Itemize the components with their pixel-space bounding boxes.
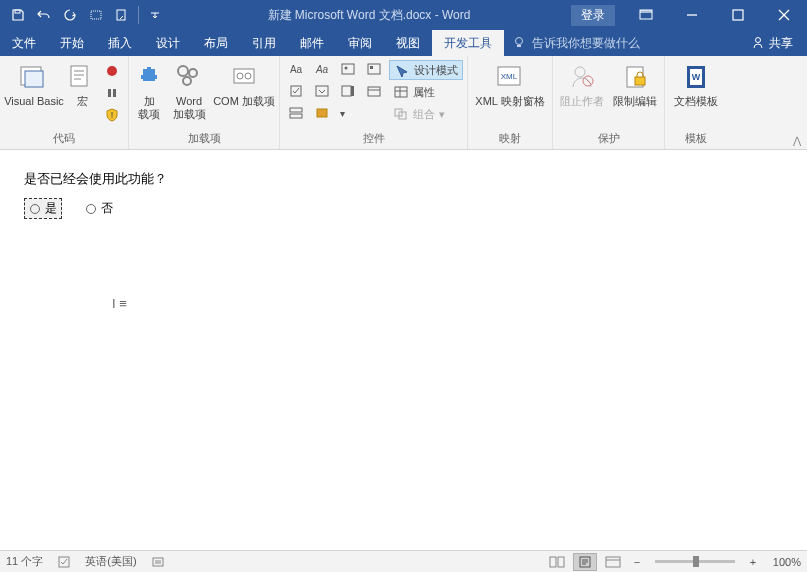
block-authors-button[interactable]: 阻止作者 — [557, 59, 607, 108]
svg-rect-32 — [317, 109, 327, 117]
svg-point-11 — [107, 66, 117, 76]
vb-icon — [18, 61, 50, 93]
tab-references[interactable]: 引用 — [240, 30, 288, 56]
document-area[interactable]: 是否已经会使用此功能？ 是 否 I ≡ — [0, 150, 807, 550]
view-web-icon[interactable] — [601, 553, 625, 571]
tab-layout[interactable]: 布局 — [192, 30, 240, 56]
qat-customize-icon[interactable] — [143, 3, 167, 27]
view-print-icon[interactable] — [573, 553, 597, 571]
tab-developer[interactable]: 开发工具 — [432, 30, 504, 56]
svg-point-15 — [178, 66, 188, 76]
control-dropdown-icon[interactable] — [336, 81, 360, 101]
ribbon-tabs: 文件 开始 插入 设计 布局 引用 邮件 审阅 视图 开发工具 告诉我你想要做什… — [0, 30, 807, 56]
tab-insert[interactable]: 插入 — [96, 30, 144, 56]
control-legacy-icon[interactable] — [310, 103, 334, 123]
login-button[interactable]: 登录 — [571, 5, 615, 26]
control-picture-icon[interactable] — [336, 59, 360, 79]
group-label-text: 组合 — [413, 107, 435, 122]
control-repeating-icon[interactable] — [284, 103, 308, 123]
svg-text:!: ! — [111, 110, 114, 120]
tab-file[interactable]: 文件 — [0, 30, 48, 56]
group-protect-label: 保护 — [557, 129, 660, 149]
qat-item-2[interactable] — [110, 3, 134, 27]
com-addins-button[interactable]: COM 加载项 — [213, 59, 275, 108]
zoom-thumb[interactable] — [693, 556, 699, 567]
doc-template-button[interactable]: W 文档模板 — [669, 59, 723, 108]
macros-label: 宏 — [77, 95, 88, 108]
radio-no[interactable]: 否 — [80, 198, 118, 219]
xml-mapping-button[interactable]: XML XML 映射窗格 — [472, 59, 548, 108]
view-read-icon[interactable] — [545, 553, 569, 571]
share-button[interactable]: 共享 — [737, 30, 807, 56]
proofing-icon[interactable] — [57, 555, 71, 569]
svg-rect-49 — [550, 557, 556, 567]
save-icon[interactable] — [6, 3, 30, 27]
design-mode-icon — [394, 63, 410, 77]
radio-yes[interactable]: 是 — [24, 198, 62, 219]
word-addins-button[interactable]: Word 加载项 — [168, 59, 210, 120]
group-button[interactable]: 组合 ▾ — [389, 104, 463, 124]
word-addins-label: Word 加载项 — [173, 95, 206, 120]
restrict-editing-button[interactable]: 限制编辑 — [610, 59, 660, 108]
group-templates: W 文档模板 模板 — [665, 56, 727, 149]
group-addins-label: 加载项 — [133, 129, 275, 149]
svg-point-7 — [756, 38, 761, 43]
group-code: Visual Basic 宏 ! 代码 — [0, 56, 129, 149]
addins-button[interactable]: 加 载项 — [133, 59, 165, 120]
control-combobox-icon[interactable] — [310, 81, 334, 101]
svg-point-22 — [345, 67, 348, 70]
tab-design[interactable]: 设计 — [144, 30, 192, 56]
tab-view[interactable]: 视图 — [384, 30, 432, 56]
svg-rect-23 — [368, 64, 380, 74]
svg-text:XML: XML — [501, 72, 518, 81]
tab-mailings[interactable]: 邮件 — [288, 30, 336, 56]
collapse-ribbon-icon[interactable]: ⋀ — [793, 135, 801, 146]
tab-review[interactable]: 审阅 — [336, 30, 384, 56]
undo-icon[interactable] — [32, 3, 56, 27]
svg-rect-50 — [558, 557, 564, 567]
block-authors-label: 阻止作者 — [560, 95, 604, 108]
macro-status-icon[interactable] — [151, 555, 165, 569]
lightbulb-icon — [512, 36, 526, 50]
ribbon-display-icon[interactable] — [623, 0, 669, 30]
svg-rect-1 — [91, 11, 101, 19]
design-mode-button[interactable]: 设计模式 — [389, 60, 463, 80]
visual-basic-button[interactable]: Visual Basic — [4, 59, 64, 108]
control-legacy-dropdown-icon[interactable]: ▾ — [336, 103, 348, 123]
control-richtext-icon[interactable]: Aa — [284, 59, 308, 79]
tell-me-search[interactable]: 告诉我你想要做什么 — [504, 30, 737, 56]
macros-button[interactable]: 宏 — [67, 59, 97, 108]
control-checkbox-icon[interactable] — [284, 81, 308, 101]
svg-point-6 — [516, 38, 523, 45]
properties-button[interactable]: 属性 — [389, 82, 463, 102]
zoom-out-button[interactable]: − — [629, 556, 645, 568]
tab-home[interactable]: 开始 — [48, 30, 96, 56]
maximize-icon[interactable] — [715, 0, 761, 30]
com-addins-icon — [228, 61, 260, 93]
block-authors-icon — [566, 61, 598, 93]
svg-rect-48 — [153, 558, 163, 566]
qat-item-1[interactable] — [84, 3, 108, 27]
close-icon[interactable] — [761, 0, 807, 30]
control-plaintext-icon[interactable]: Aa — [310, 59, 334, 79]
redo-icon[interactable] — [58, 3, 82, 27]
svg-text:W: W — [692, 72, 701, 82]
radio-no-label: 否 — [101, 200, 113, 217]
group-icon — [393, 107, 409, 121]
control-buildingblock-icon[interactable] — [362, 59, 386, 79]
macro-security-icon[interactable]: ! — [100, 105, 124, 125]
zoom-slider[interactable] — [655, 560, 735, 563]
pause-macro-icon[interactable] — [100, 83, 124, 103]
group-controls: Aa Aa ▾ — [280, 56, 468, 149]
group-addins: 加 载项 Word 加载项 COM 加载项 加载项 — [129, 56, 280, 149]
properties-label: 属性 — [413, 85, 435, 100]
control-datepicker-icon[interactable] — [362, 81, 386, 101]
word-count[interactable]: 11 个字 — [6, 554, 43, 569]
record-macro-icon[interactable] — [100, 61, 124, 81]
minimize-icon[interactable] — [669, 0, 715, 30]
zoom-value[interactable]: 100% — [773, 556, 801, 568]
zoom-in-button[interactable]: + — [745, 556, 761, 568]
group-protect: 阻止作者 限制编辑 保护 — [553, 56, 665, 149]
language-status[interactable]: 英语(美国) — [85, 554, 136, 569]
svg-point-38 — [575, 67, 585, 77]
